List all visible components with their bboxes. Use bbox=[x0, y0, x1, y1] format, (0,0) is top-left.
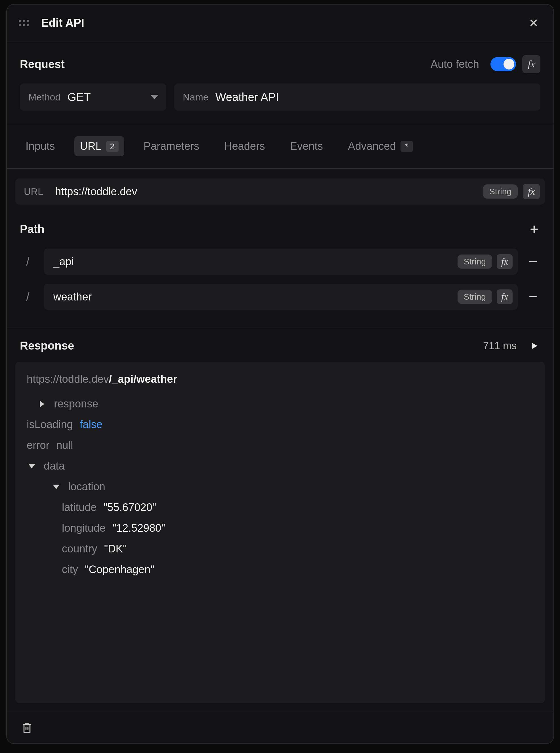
remove-path-button[interactable] bbox=[526, 254, 540, 269]
tab-url-badge: 2 bbox=[106, 141, 119, 152]
url-input[interactable]: URL https://toddle.dev String fx bbox=[15, 179, 545, 205]
fx-icon: fx bbox=[528, 186, 535, 197]
tab-headers[interactable]: Headers bbox=[219, 136, 271, 156]
add-path-button[interactable] bbox=[528, 223, 540, 236]
tree-key: latitude bbox=[62, 501, 97, 513]
tree-row-country: country "DK" bbox=[27, 543, 534, 555]
close-icon bbox=[528, 18, 539, 28]
path-formula-button[interactable]: fx bbox=[497, 289, 513, 304]
tree-row-isloading: isLoading false bbox=[27, 419, 534, 431]
tree-row-data[interactable]: data bbox=[27, 460, 534, 472]
tree-row-error: error null bbox=[27, 439, 534, 451]
method-label: Method bbox=[28, 91, 60, 103]
auto-fetch-toggle[interactable] bbox=[491, 57, 516, 71]
caret-down-icon bbox=[53, 485, 60, 489]
name-value: Weather API bbox=[216, 91, 279, 104]
path-segment-input[interactable]: _api String fx bbox=[44, 248, 518, 274]
tree-row-location[interactable]: location bbox=[27, 481, 534, 493]
panel-title: Edit API bbox=[41, 17, 84, 29]
url-value: https://toddle.dev bbox=[55, 186, 478, 198]
tree-key: longitude bbox=[62, 522, 105, 534]
tree-key: location bbox=[68, 481, 105, 493]
response-time: 711 ms bbox=[483, 340, 517, 352]
tree-key: error bbox=[27, 439, 49, 451]
path-formula-button[interactable]: fx bbox=[497, 254, 513, 269]
path-separator: / bbox=[20, 290, 36, 304]
tab-inputs[interactable]: Inputs bbox=[20, 136, 61, 156]
trash-icon bbox=[21, 722, 33, 734]
tree-value: "55.67020" bbox=[104, 501, 156, 513]
name-label: Name bbox=[183, 91, 208, 103]
close-button[interactable] bbox=[527, 17, 540, 29]
request-title: Request bbox=[20, 58, 65, 70]
tab-url[interactable]: URL 2 bbox=[74, 136, 124, 156]
delete-api-button[interactable] bbox=[20, 721, 34, 735]
tree-row-response[interactable]: response bbox=[27, 398, 534, 410]
tree-value: "DK" bbox=[104, 543, 127, 555]
path-row: / _api String fx bbox=[20, 244, 540, 279]
response-url-base: https://toddle.dev bbox=[27, 373, 109, 385]
tree-toggle[interactable] bbox=[51, 482, 61, 492]
path-row: / weather String fx bbox=[20, 279, 540, 314]
tab-url-label: URL bbox=[80, 140, 102, 152]
tree-key: country bbox=[62, 543, 97, 555]
panel-header: Edit API bbox=[7, 4, 554, 41]
path-segment-value: _api bbox=[53, 256, 453, 268]
tree-value: "Copenhagen" bbox=[85, 564, 154, 576]
caret-down-icon bbox=[28, 464, 35, 468]
edit-api-panel: Edit API Request Auto fetch fx Method GE… bbox=[6, 4, 554, 744]
tab-parameters[interactable]: Parameters bbox=[138, 136, 205, 156]
method-select[interactable]: Method GET bbox=[20, 83, 166, 111]
tree-row-city: city "Copenhagen" bbox=[27, 564, 534, 576]
method-name-row: Method GET Name Weather API bbox=[7, 83, 554, 124]
auto-fetch-label: Auto fetch bbox=[431, 58, 479, 70]
path-segment-value: weather bbox=[53, 291, 453, 303]
response-title: Response bbox=[20, 339, 74, 352]
request-section-header: Request Auto fetch fx bbox=[7, 41, 554, 83]
tree-key: city bbox=[62, 564, 78, 576]
path-type-pill: String bbox=[458, 255, 492, 269]
remove-path-button[interactable] bbox=[526, 289, 540, 304]
tree-row-latitude: latitude "55.67020" bbox=[27, 501, 534, 513]
path-header: Path bbox=[20, 223, 540, 244]
play-icon bbox=[529, 341, 539, 351]
response-url: https://toddle.dev/_api/weather bbox=[27, 373, 534, 385]
auto-fetch-formula-button[interactable]: fx bbox=[522, 55, 540, 73]
tree-value: false bbox=[80, 419, 102, 431]
tree-value: "12.52980" bbox=[113, 522, 165, 534]
caret-right-icon bbox=[40, 401, 44, 407]
fx-icon: fx bbox=[501, 291, 508, 302]
path-segment-input[interactable]: weather String fx bbox=[44, 284, 518, 310]
plus-icon bbox=[529, 224, 540, 235]
tree-key: response bbox=[54, 398, 98, 410]
response-url-path: /_api/weather bbox=[109, 373, 177, 385]
method-value: GET bbox=[67, 91, 91, 104]
fx-icon: fx bbox=[501, 256, 508, 267]
tab-advanced[interactable]: Advanced * bbox=[342, 136, 419, 156]
tab-events[interactable]: Events bbox=[284, 136, 329, 156]
url-type-pill: String bbox=[483, 184, 518, 199]
minus-icon bbox=[529, 296, 537, 297]
tree-row-longitude: longitude "12.52980" bbox=[27, 522, 534, 534]
chevron-down-icon bbox=[151, 95, 158, 99]
fx-icon: fx bbox=[528, 59, 535, 69]
tab-advanced-label: Advanced bbox=[348, 140, 396, 152]
tree-toggle[interactable] bbox=[37, 399, 47, 409]
panel-footer bbox=[7, 712, 554, 744]
url-formula-button[interactable]: fx bbox=[523, 184, 540, 199]
path-type-pill: String bbox=[458, 290, 492, 304]
path-section: Path / _api String fx / weather String bbox=[7, 213, 554, 320]
response-header: Response 711 ms bbox=[7, 327, 554, 362]
minus-icon bbox=[529, 261, 537, 262]
path-separator: / bbox=[20, 255, 36, 268]
tree-value: null bbox=[56, 439, 73, 451]
run-request-button[interactable] bbox=[528, 340, 540, 352]
tabs-bar: Inputs URL 2 Parameters Headers Events A… bbox=[7, 124, 554, 169]
toggle-knob bbox=[503, 59, 514, 69]
tree-toggle[interactable] bbox=[27, 461, 37, 471]
drag-handle-icon[interactable] bbox=[19, 20, 29, 26]
tree-key: isLoading bbox=[27, 419, 73, 431]
tab-advanced-badge: * bbox=[400, 141, 413, 152]
name-input[interactable]: Name Weather API bbox=[174, 83, 540, 111]
tree-key: data bbox=[44, 460, 65, 472]
